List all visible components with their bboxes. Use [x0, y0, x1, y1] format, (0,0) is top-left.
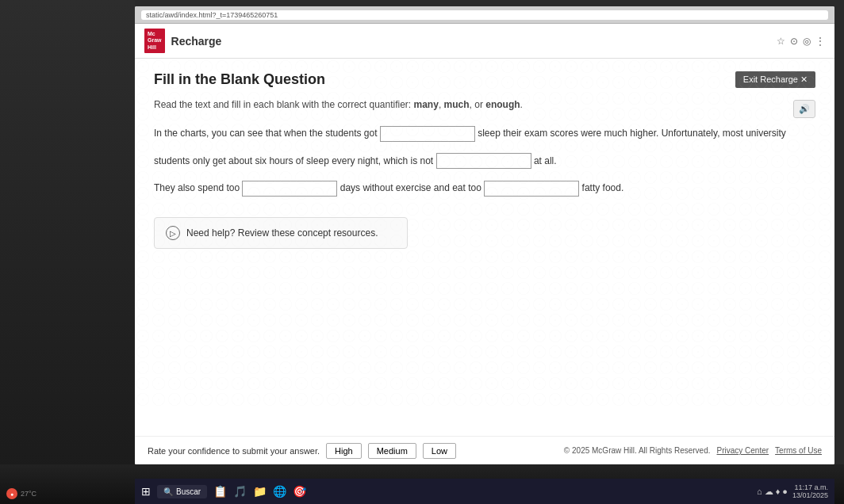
sentence2-pre: students only get about six hours of sle…	[154, 155, 433, 166]
instructions-text: Read the text and fill in each blank wit…	[154, 99, 815, 110]
windows-taskbar: ⊞ 🔍 Buscar 📋 🎵 📁 🌐 🎯 ⌂ ☁ ♦ ● 11:17 a.m. …	[135, 479, 834, 504]
quantifier-much: much	[444, 99, 470, 110]
taskbar-app-icon-3[interactable]: 📁	[253, 485, 267, 498]
instructions-comma2: , or	[470, 99, 486, 110]
temperature-value: 27°C	[21, 490, 36, 498]
concept-resources-label: Need help? Review these concept resource…	[186, 227, 378, 239]
menu-icon[interactable]: ⋮	[815, 36, 825, 47]
circle-arrow-icon: ▷	[166, 226, 180, 240]
sentence3-mid: days without exercise and eat too	[340, 182, 481, 193]
terms-of-use-link[interactable]: Terms of Use	[775, 446, 822, 455]
footer-links: © 2025 McGraw Hill. All Rights Reserved.…	[564, 446, 822, 455]
star-icon[interactable]: ☆	[777, 36, 785, 47]
taskbar-app-icon-1[interactable]: 📋	[213, 485, 227, 498]
sentence1-pre: In the charts, you can see that when the…	[154, 128, 378, 139]
concept-resources-section[interactable]: ▷ Need help? Review these concept resour…	[154, 217, 408, 249]
taskbar-right-area: ⌂ ☁ ♦ ● 11:17 a.m. 13/01/2025	[757, 483, 828, 499]
sentence3-post: fatty food.	[582, 182, 624, 193]
privacy-center-link[interactable]: Privacy Center	[717, 446, 769, 455]
taskbar-system-icons: ⌂ ☁ ♦ ●	[757, 487, 788, 497]
temperature-indicator: ● 27°C	[6, 488, 36, 499]
sentence-2: students only get about six hours of sle…	[154, 151, 815, 171]
screen: static/awd/index.html?_t=1739465260751 M…	[135, 6, 834, 464]
audio-button[interactable]: 🔊	[793, 100, 815, 118]
quantifier-enough: enough	[485, 99, 520, 110]
blank-input-3[interactable]	[242, 181, 337, 197]
url-bar[interactable]: static/awd/index.html?_t=1739465260751	[141, 10, 828, 20]
copyright-text: © 2025 McGraw Hill. All Rights Reserved.	[564, 446, 711, 455]
sentence3-pre: They also spend too	[154, 182, 240, 193]
taskbar-search-box[interactable]: 🔍 Buscar	[157, 485, 207, 498]
date-value: 13/01/2025	[792, 491, 828, 499]
bottom-confidence-bar: Rate your confidence to submit your answ…	[135, 436, 834, 464]
instructions-comma1: ,	[439, 99, 444, 110]
question-header: Fill in the Blank Question Exit Recharge…	[154, 71, 815, 88]
medium-confidence-button[interactable]: Medium	[368, 443, 416, 459]
app-name-label: Recharge	[171, 35, 222, 48]
time-value: 11:17 a.m.	[792, 483, 828, 491]
quantifier-many: many	[414, 99, 439, 110]
app-header: Mc Graw Hill Recharge ☆ ⊙ ◎ ⋮	[135, 24, 834, 59]
exit-recharge-button[interactable]: Exit Recharge ✕	[735, 71, 815, 88]
account-icon[interactable]: ◎	[803, 36, 811, 47]
instructions-period: .	[520, 99, 523, 110]
sentence2-post: at all.	[534, 155, 557, 166]
confidence-label: Rate your confidence to submit your answ…	[148, 446, 320, 456]
taskbar-app-icon-5[interactable]: 🎯	[293, 485, 306, 498]
low-confidence-button[interactable]: Low	[423, 443, 456, 459]
blank-input-4[interactable]	[484, 181, 579, 197]
blank-input-2[interactable]	[436, 153, 531, 169]
sentence-1: In the charts, you can see that when the…	[154, 123, 815, 143]
system-clock: 11:17 a.m. 13/01/2025	[792, 483, 828, 499]
sentence1-post: sleep their exam scores were much higher…	[478, 128, 786, 139]
laptop-left-panel	[0, 0, 135, 504]
sentence-3: They also spend too days without exercis…	[154, 178, 815, 198]
high-confidence-button[interactable]: High	[326, 443, 362, 459]
blank-input-1[interactable]	[380, 126, 475, 142]
settings-icon[interactable]: ⊙	[790, 36, 798, 47]
browser-action-icons: ☆ ⊙ ◎ ⋮	[777, 36, 825, 47]
search-icon: 🔍	[163, 487, 173, 496]
mcgraw-hill-logo: Mc Graw Hill	[144, 29, 165, 53]
temp-icon: ●	[6, 488, 17, 499]
app-container: Mc Graw Hill Recharge ☆ ⊙ ◎ ⋮ Fill in th…	[135, 24, 834, 464]
content-area: Fill in the Blank Question Exit Recharge…	[135, 59, 834, 436]
browser-bar: static/awd/index.html?_t=1739465260751	[135, 6, 834, 24]
instructions-prefix: Read the text and fill in each blank wit…	[154, 99, 414, 110]
taskbar-app-icon-2[interactable]: 🎵	[233, 485, 247, 498]
search-label: Buscar	[176, 487, 201, 496]
question-title: Fill in the Blank Question	[154, 71, 325, 88]
windows-start-button[interactable]: ⊞	[141, 485, 151, 498]
taskbar-app-icon-4[interactable]: 🌐	[273, 485, 286, 498]
